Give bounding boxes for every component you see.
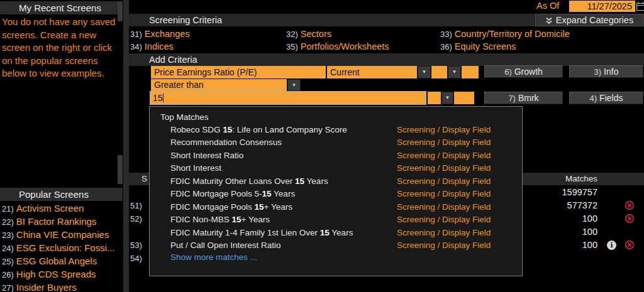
panel-divider	[123, 0, 129, 292]
calendar-icon[interactable]	[636, 2, 644, 13]
screening-display-field-link[interactable]: Screening / Display Field	[397, 214, 491, 226]
recent-screens-header: My Recent Screens	[0, 1, 123, 14]
info-button[interactable]: 3)Info	[569, 65, 643, 78]
scrollbar-thumb[interactable]	[118, 155, 123, 184]
screening-display-field-link[interactable]: Screening / Display Field	[397, 188, 491, 200]
popular-screens-header: Popular Screens	[0, 188, 123, 201]
top-match-name[interactable]: Recommendation Consensus	[170, 136, 282, 149]
row-number[interactable]: 52)	[130, 212, 142, 225]
delete-icon[interactable]	[625, 214, 635, 226]
top-match-name[interactable]: Robeco SDG 15: Life on Land Company Scor…	[170, 124, 347, 136]
text-caret	[163, 94, 164, 102]
popular-screen-link[interactable]: 26)High CDS Spreads	[2, 268, 123, 281]
top-matches-title: Top Matches	[160, 112, 209, 122]
category-link[interactable]: 32)Sectors	[286, 28, 331, 40]
criteria-small-field[interactable]	[454, 92, 474, 104]
screening-display-field-link[interactable]: Screening / Display Field	[397, 136, 491, 149]
top-match-row: FDIC Maturity 1-4 Family 1st Lien Over 1…	[150, 227, 522, 239]
value-dropdown-arrow[interactable]: ▼	[441, 92, 453, 104]
top-match-row: FDIC Mortgage Pools 15+ YearsScreening /…	[150, 201, 522, 214]
popular-screen-link[interactable]: 24)ESG Exclusion: Fossi...	[2, 241, 123, 254]
top-matches-items: Robeco SDG 15: Life on Land Company Scor…	[150, 124, 522, 252]
top-matches-dropdown: Top Matches Robeco SDG 15: Life on Land …	[149, 106, 523, 276]
expand-categories-button[interactable]: Expand Categories	[535, 14, 643, 26]
popular-screen-link[interactable]: 25)ESG Global Angels	[2, 254, 123, 268]
popular-screens-list: 21)Activism Screen22)BI Factor Rankings2…	[2, 202, 123, 292]
top-match-row: Short InterestScreening / Display Field	[150, 162, 522, 175]
category-link[interactable]: 36)Equity Screens	[440, 40, 516, 53]
category-link[interactable]: 35)Portfolios/Worksheets	[286, 40, 389, 53]
double-chevron-down-icon	[545, 17, 553, 24]
category-link[interactable]: 33)Country/Territory of Domicile	[440, 28, 570, 40]
screening-display-field-link[interactable]: Screening / Display Field	[397, 149, 491, 162]
screening-display-field-link[interactable]: Screening / Display Field	[397, 227, 491, 239]
expand-categories-label: Expand Categories	[556, 15, 633, 25]
add-criteria-bar: Add Criteria	[129, 53, 644, 66]
popular-screen-link[interactable]: 23)China VIE Companies	[2, 228, 123, 241]
popular-screen-link[interactable]: 27)Insider Buyers	[2, 281, 123, 292]
screening-display-field-link[interactable]: Screening / Display Field	[397, 201, 491, 214]
criteria-small-field[interactable]	[462, 66, 479, 78]
value-input-wrap: 15	[150, 91, 426, 105]
period-dropdown-arrow[interactable]: ▼	[418, 66, 431, 78]
delete-icon[interactable]	[625, 200, 635, 213]
top-match-name[interactable]: FDIC Mortgage Pools 5-15 Years	[170, 188, 295, 200]
eqs-screen: My Recent Screens You do not have any sa…	[0, 0, 644, 292]
top-match-row: FDIC Non-MBS 15+ YearsScreening / Displa…	[150, 214, 522, 226]
top-match-row: FDIC Mortgage Pools 5-15 YearsScreening …	[150, 188, 522, 200]
row-number[interactable]: 53)	[130, 239, 142, 252]
top-match-name[interactable]: Short Interest	[170, 162, 221, 175]
main-area: As Of 11/27/2025 Screening Criteria Expa…	[129, 0, 644, 292]
top-match-row: Robeco SDG 15: Life on Land Company Scor…	[150, 124, 522, 136]
top-match-name[interactable]: FDIC Maturity Other Loans Over 15 Years	[170, 175, 328, 188]
row-number[interactable]: 54)	[130, 252, 142, 265]
growth-button[interactable]: 6)Growth	[484, 65, 563, 78]
operator-select[interactable]: Greater than	[151, 79, 287, 91]
as-of-date-field[interactable]: 11/27/2025	[569, 1, 635, 12]
screening-display-field-link[interactable]: Screening / Display Field	[397, 239, 491, 252]
criteria-value-input[interactable]: 15	[150, 92, 426, 104]
as-of-label: As Of	[536, 1, 559, 11]
screening-display-field-link[interactable]: Screening / Display Field	[397, 162, 491, 175]
delete-icon	[625, 200, 635, 210]
selected-criteria-header-fragment: S	[142, 173, 147, 185]
criteria-dropdown-arrow[interactable]: ▼	[448, 66, 461, 78]
delete-icon[interactable]	[625, 240, 635, 252]
top-match-name[interactable]: Short Interest Ratio	[170, 149, 243, 162]
category-link[interactable]: 34)Indices	[130, 40, 174, 53]
scrollbar-thumb[interactable]	[118, 1, 123, 21]
top-match-row: Short Interest RatioScreening / Display …	[150, 149, 522, 162]
delete-icon	[625, 214, 635, 224]
top-match-name[interactable]: FDIC Maturity 1-4 Family 1st Lien Over 1…	[170, 227, 353, 239]
popular-screen-link[interactable]: 22)BI Factor Rankings	[2, 215, 123, 228]
top-match-name[interactable]: Put / Call Open Interest Ratio	[170, 239, 281, 252]
screening-display-field-link[interactable]: Screening / Display Field	[397, 175, 491, 188]
category-links: 31)Exchanges32)Sectors33)Country/Territo…	[129, 28, 644, 53]
operator-dropdown-arrow[interactable]: ▼	[287, 79, 301, 91]
category-link[interactable]: 31)Exchanges	[130, 28, 190, 40]
screening-display-field-link[interactable]: Screening / Display Field	[397, 124, 491, 136]
recent-screens-message: You do not have any saved screens. Creat…	[2, 16, 122, 80]
period-select[interactable]: Current	[327, 66, 417, 78]
criteria-field-select[interactable]: Price Earnings Ratio (P/E)	[151, 66, 326, 78]
top-match-name[interactable]: FDIC Non-MBS 15+ Years	[170, 214, 270, 226]
add-criteria-title: Add Criteria	[129, 53, 644, 66]
bmrk-button[interactable]: 7)Bmrk	[484, 92, 563, 104]
top-match-row: Put / Call Open Interest RatioScreening …	[150, 239, 522, 252]
show-more-matches-link[interactable]: Show more matches ...	[170, 252, 257, 262]
top-match-name[interactable]: FDIC Mortgage Pools 15+ Years	[170, 201, 292, 214]
popular-screen-link[interactable]: 21)Activism Screen	[2, 202, 123, 215]
criteria-small-field[interactable]	[428, 92, 441, 104]
top-match-row: FDIC Maturity Other Loans Over 15 YearsS…	[150, 175, 522, 188]
info-icon[interactable]: i	[607, 241, 616, 250]
top-match-row: Recommendation ConsensusScreening / Disp…	[150, 136, 522, 149]
criteria-small-field[interactable]	[431, 66, 447, 78]
row-number[interactable]: 51)	[130, 199, 142, 212]
delete-icon	[625, 240, 635, 250]
fields-button[interactable]: 4)Fields	[569, 92, 643, 104]
